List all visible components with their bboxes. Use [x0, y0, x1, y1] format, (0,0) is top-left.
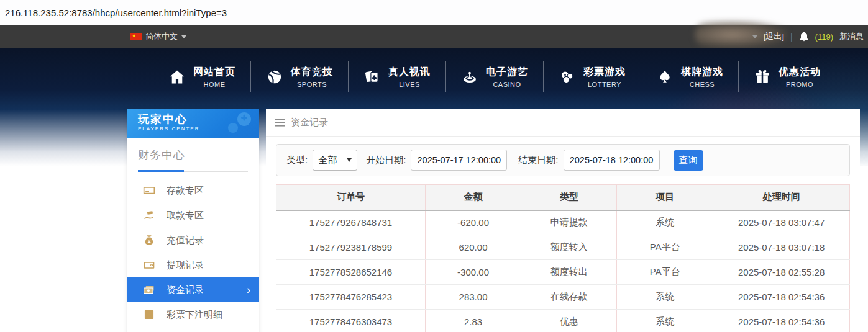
language-selector[interactable]: ★ 简体中文 [130, 31, 186, 42]
sidebar-item-充值记录[interactable]: 充值记录 [127, 228, 259, 253]
finance-section: 财务中心 [127, 138, 259, 172]
nav-label-en: PROMO [779, 81, 821, 88]
nav-item-sports[interactable]: 体育竞技SPORTS [251, 66, 348, 88]
table-row: 1752779238178599620.00额度转入PA平台2025-07-18… [276, 235, 850, 260]
nav-label-zh: 棋牌游戏 [681, 66, 723, 79]
basketball-icon [266, 68, 283, 86]
sidebar-menu: 存款专区取款专区充值记录提现记录资金记录›彩票下注明细厅室投注记录 [127, 178, 259, 332]
start-date-label: 开始日期: [366, 155, 406, 166]
nav-label-zh: 彩票游戏 [583, 66, 626, 79]
player-center-sidebar: 玩家中心 PLAYERS CENTER 财务中心 存款专区取款专区充值记录提现记… [127, 109, 259, 332]
finance-section-title: 财务中心 [138, 148, 248, 163]
user-chevron-down-icon [752, 35, 757, 38]
start-date-input[interactable] [411, 150, 507, 171]
table-cell: 1752778528652146 [276, 260, 426, 285]
table-cell: -620.00 [425, 210, 521, 235]
document-icon [143, 308, 155, 321]
sidebar-item-取款专区[interactable]: 取款专区 [127, 203, 259, 228]
sidebar-item-厅室投注记录[interactable]: 厅室投注记录 [127, 327, 259, 332]
table-header-cell: 金额 [425, 185, 521, 210]
sidebar-header: 玩家中心 PLAYERS CENTER [127, 109, 259, 138]
url-text: 216.118.235.52:8783/hhcp/usercenter.html… [5, 7, 227, 18]
nav-item-lottery[interactable]: 彩票游戏LOTTERY [544, 66, 641, 88]
bell-icon[interactable] [799, 31, 809, 42]
china-flag-icon: ★ [130, 33, 142, 40]
message-label[interactable]: 新消息 [839, 31, 864, 42]
type-select[interactable]: 全部 [313, 150, 357, 171]
message-count[interactable]: (119) [815, 32, 833, 42]
nav-label-zh: 体育竞技 [291, 66, 333, 79]
deposit-card-icon [143, 184, 155, 197]
sidebar-item-label: 存款专区 [167, 185, 204, 197]
breadcrumb-label: 资金记录 [291, 117, 328, 128]
table-cell: 申请提款 [521, 210, 617, 235]
main-navbar: 网站首页HOME体育竞技SPORTS真人视讯LIVES电子游艺CASINO彩票游… [0, 48, 868, 105]
table-cell: 2025-07-18 02:54:36 [713, 310, 850, 332]
divider: | [790, 32, 793, 42]
select-caret-icon [347, 158, 352, 162]
gamepad-icon [221, 112, 255, 138]
home-icon [168, 68, 186, 86]
nav-item-text: 网站首页HOME [193, 66, 235, 88]
nav-label-en: CASINO [486, 81, 528, 88]
table-header-cell: 类型 [521, 185, 617, 210]
cash-icon [143, 284, 155, 296]
filter-bar: 类型: 全部 开始日期: 结束日期: 查询 [276, 144, 850, 176]
nav-label-en: LIVES [388, 81, 431, 88]
sidebar-item-提现记录[interactable]: 提现记录 [127, 253, 259, 277]
nav-label-en: LOTTERY [583, 81, 626, 88]
table-cell: PA平台 [617, 235, 713, 260]
table-cell: 2025-07-18 02:54:36 [713, 285, 850, 310]
table-cell: -300.00 [425, 260, 521, 285]
nav-item-text: 真人视讯LIVES [388, 66, 431, 88]
nav-item-lives[interactable]: 真人视讯LIVES [349, 66, 445, 88]
chevron-right-icon: › [247, 284, 250, 295]
nav-item-casino[interactable]: 电子游艺CASINO [446, 66, 543, 88]
hamburger-icon [275, 119, 285, 127]
nav-item-chess[interactable]: 棋牌游戏CHESS [641, 66, 738, 88]
nav-label-en: HOME [193, 81, 235, 88]
type-select-value: 全部 [318, 155, 337, 166]
search-button[interactable]: 查询 [674, 150, 703, 171]
url-bar[interactable]: 216.118.235.52:8783/hhcp/usercenter.html… [0, 0, 868, 25]
sidebar-item-彩票下注明细[interactable]: 彩票下注明细 [127, 302, 259, 327]
nav-label-zh: 电子游艺 [486, 66, 528, 79]
table-row: 1752778476285423283.00在线存款系统2025-07-18 0… [276, 285, 850, 310]
nav-label-zh: 网站首页 [193, 66, 235, 79]
table-cell: 额度转出 [521, 260, 617, 285]
table-row: 1752778528652146-300.00额度转出PA平台2025-07-1… [276, 260, 850, 285]
wallet-icon [143, 259, 155, 271]
sidebar-item-资金记录[interactable]: 资金记录› [127, 277, 259, 302]
table-row: 17527784763034732.83优惠系统2025-07-18 02:54… [276, 310, 850, 332]
table-cell: 2025-07-18 03:07:18 [713, 235, 850, 260]
nav-item-text: 棋牌游戏CHESS [681, 66, 723, 88]
language-label: 简体中文 [145, 31, 178, 42]
table-cell: 2025-07-18 03:07:47 [713, 210, 850, 235]
chevron-down-icon [181, 35, 186, 38]
table-cell: 额度转入 [521, 235, 617, 260]
nav-item-text: 体育竞技SPORTS [291, 66, 333, 88]
sidebar-item-label: 资金记录 [167, 284, 204, 296]
table-header-cell: 处理时间 [713, 185, 850, 210]
moneybag-icon [143, 234, 155, 246]
nav-item-text: 优惠活动PROMO [779, 66, 821, 88]
funds-records-table: 订单号金额类型项目处理时间 1752779267848731-620.00申请提… [276, 184, 850, 332]
roulette-icon [461, 68, 478, 86]
sidebar-item-存款专区[interactable]: 存款专区 [127, 178, 259, 203]
nav-label-en: CHESS [681, 81, 723, 88]
table-cell: 2025-07-18 02:55:28 [713, 260, 850, 285]
end-date-input[interactable] [564, 150, 660, 171]
nav-label-zh: 真人视讯 [388, 66, 431, 79]
nav-item-promo[interactable]: 优惠活动PROMO [739, 66, 836, 88]
table-cell: 在线存款 [521, 285, 617, 310]
nav-item-text: 彩票游戏LOTTERY [583, 66, 626, 88]
nav-item-home[interactable]: 网站首页HOME [153, 66, 250, 88]
sidebar-item-label: 取款专区 [167, 210, 204, 222]
logout-button[interactable]: [退出] [764, 31, 784, 42]
sidebar-item-label: 充值记录 [167, 235, 204, 246]
content-wrapper: 玩家中心 PLAYERS CENTER 财务中心 存款专区取款专区充值记录提现记… [127, 109, 860, 332]
table-cell: 1752778476285423 [276, 285, 426, 310]
end-date-label: 结束日期: [518, 155, 558, 166]
table-body: 1752779267848731-620.00申请提款系统2025-07-18 … [276, 210, 850, 332]
section-underline [138, 170, 248, 172]
